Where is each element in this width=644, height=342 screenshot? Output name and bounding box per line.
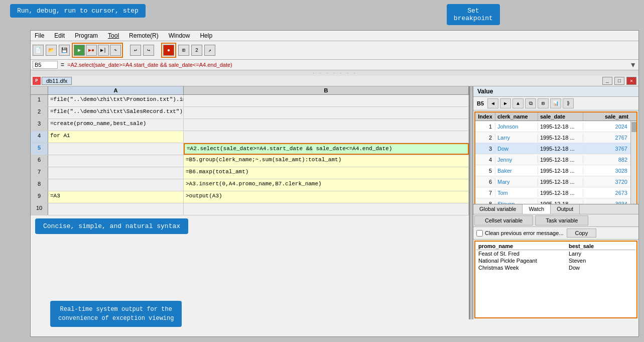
syntax-annotation: Concise, simple, and natural syntax <box>35 218 188 234</box>
output-col2-header: best_sale <box>569 243 609 249</box>
col-header-a: A <box>48 86 184 94</box>
cell-3b[interactable] <box>184 119 469 131</box>
table-row: 3 =create(promo_name,best_sale) <box>31 119 469 131</box>
col-header-b: B <box>184 86 469 94</box>
drag-handle: · · · · · · · <box>31 70 638 76</box>
cell-9b[interactable]: >output(A3) <box>184 191 469 203</box>
row-number: 7 <box>31 167 48 179</box>
cell-10b[interactable] <box>184 203 469 215</box>
cell-6b[interactable]: =B5.group(clerk_name;~.sum(sale_amt):tot… <box>184 155 469 167</box>
menu-program[interactable]: Program <box>73 32 100 40</box>
cell-8a[interactable] <box>48 179 184 191</box>
cell-7b[interactable]: =B6.maxp(total_amt) <box>184 167 469 179</box>
row-number: 2 <box>31 107 48 119</box>
value-panel: Value B5 ◀ ▶ ▲ ⧉ ⊞ 📊 ⟫ Index clerk_name … <box>473 86 638 319</box>
cell-5b[interactable]: =A2.select(sale_date>=A4.start_date && s… <box>184 143 469 155</box>
menu-remote[interactable]: Remote(R) <box>127 32 161 40</box>
vt-col-amt: sale_amt <box>583 112 630 121</box>
run-button[interactable]: ▶ <box>74 45 85 56</box>
row-number: 5 <box>31 143 48 155</box>
output-annotation: Real-time system output for the convenie… <box>50 301 182 327</box>
clean-error-checkbox[interactable] <box>476 230 483 237</box>
cell-3a[interactable]: =create(promo_name,best_sale) <box>48 119 184 131</box>
copy-button[interactable]: Copy <box>567 229 597 238</box>
cell-2b[interactable] <box>184 107 469 119</box>
list-item: National Pickle Pageant Steven <box>476 257 635 264</box>
vp-forward-button[interactable]: ▶ <box>500 98 511 108</box>
spreadsheet: A B 1 =file("..\demo\zhi\txt\Promotion.t… <box>31 86 470 319</box>
row-number: 8 <box>31 179 48 191</box>
menu-file[interactable]: File <box>33 32 46 40</box>
table-row: 4 Jenny 1995-12-18 ... 882 <box>475 154 630 165</box>
minimize-button[interactable]: _ <box>602 77 612 85</box>
cell-7a[interactable] <box>48 167 184 179</box>
grid-body: 1 =file("..\demo\zhi\txt\Promotion.txt")… <box>31 95 469 215</box>
tab-global-variable[interactable]: Global variable <box>473 204 523 214</box>
redo-button[interactable]: ↪ <box>143 45 154 56</box>
file-tab[interactable]: db11.dfx <box>42 77 72 85</box>
vp-back-button[interactable]: ◀ <box>487 98 498 108</box>
cell-6a[interactable] <box>48 155 184 167</box>
table-row: 5 Baker 1995-12-18 ... 3028 <box>475 165 630 176</box>
toolbar: 📄 📂 💾 ▶ ▶● ▶| ↷ ↩ ↪ ● ⊞ 2 ↗ <box>31 41 638 60</box>
breakpoint-button[interactable]: ● <box>163 45 174 56</box>
cell-9a[interactable]: =A3 <box>48 191 184 203</box>
bottom-subtabs: Cellset variable Task variable <box>473 214 638 227</box>
menu-help[interactable]: Help <box>198 32 214 40</box>
tab-output[interactable]: Output <box>551 204 580 214</box>
menu-tool[interactable]: Tool <box>106 32 121 40</box>
run-cursor-button[interactable]: ▶| <box>98 45 109 56</box>
vp-cell-ref: B5 <box>475 100 486 107</box>
table-row: 4 for A1 <box>31 131 469 143</box>
bottom-panel: Global variable Watch Output Cellset var… <box>473 204 638 319</box>
grid-button[interactable]: ⊞ <box>178 45 189 56</box>
step2-button[interactable]: 2 <box>191 45 202 56</box>
cell-4a[interactable]: for A1 <box>48 131 184 143</box>
output-area: promo_name best_sale Feast of St. Fred L… <box>474 241 637 318</box>
table-row: 3 Dow 1995-12-18 ... 3767 <box>475 143 630 154</box>
row-number: 4 <box>31 131 48 143</box>
bottom-tabs: Global variable Watch Output <box>473 204 638 214</box>
vp-more-button[interactable]: ⟫ <box>563 98 574 108</box>
content-area: A B 1 =file("..\demo\zhi\txt\Promotion.t… <box>31 86 638 319</box>
cell-reference-input[interactable] <box>33 61 58 69</box>
step-button[interactable]: ↷ <box>110 45 121 56</box>
subtab-task[interactable]: Task variable <box>535 215 588 225</box>
row-number: 6 <box>31 155 48 167</box>
tab-watch[interactable]: Watch <box>523 204 551 214</box>
output-header-row: promo_name best_sale <box>476 243 635 250</box>
restore-button[interactable]: □ <box>614 77 624 85</box>
vt-col-clerk: clerk_name <box>495 112 538 121</box>
open-button[interactable]: 📂 <box>46 45 57 56</box>
menu-edit[interactable]: Edit <box>52 32 67 40</box>
vt-header-row: Index clerk_name sale_date sale_amt <box>475 112 636 121</box>
vp-up-button[interactable]: ▲ <box>512 98 524 108</box>
vp-copy-button[interactable]: ⧉ <box>525 98 536 108</box>
table-row: 7 =B6.maxp(total_amt) <box>31 167 469 179</box>
debug-button[interactable]: ▶● <box>86 45 97 56</box>
close-button[interactable]: ✕ <box>626 77 636 85</box>
vp-chart-button[interactable]: 📊 <box>550 98 561 108</box>
cell-5a[interactable] <box>48 143 184 155</box>
subtab-cellset[interactable]: Cellset variable <box>474 215 533 225</box>
save-button[interactable]: 💾 <box>59 45 70 56</box>
table-row: 1 Johnson 1995-12-18 ... 2024 <box>475 121 630 132</box>
vp-grid-button[interactable]: ⊞ <box>538 98 549 108</box>
menu-window[interactable]: Window <box>167 32 192 40</box>
cell-4b[interactable] <box>184 131 469 143</box>
cell-10a[interactable] <box>48 203 184 215</box>
step3-button[interactable]: ↗ <box>204 45 215 56</box>
cell-1a[interactable]: =file("..\demo\zhi\txt\Promotion.txt").i… <box>48 95 184 106</box>
clean-error-label[interactable]: Clean previous error message... <box>476 230 564 237</box>
cell-1b[interactable] <box>184 95 469 106</box>
value-panel-toolbar: B5 ◀ ▶ ▲ ⧉ ⊞ 📊 ⟫ <box>473 97 638 110</box>
table-row: 6 =B5.group(clerk_name;~.sum(sale_amt):t… <box>31 155 469 167</box>
new-button[interactable]: 📄 <box>33 45 44 56</box>
table-row: 1 =file("..\demo\zhi\txt\Promotion.txt")… <box>31 95 469 107</box>
cell-8b[interactable]: >A3.insert(0,A4.promo_name,B7.clerk_name… <box>184 179 469 191</box>
table-row: 10 <box>31 203 469 215</box>
breakpoint-group: ● <box>161 43 176 58</box>
undo-button[interactable]: ↩ <box>130 45 141 56</box>
cell-2a[interactable]: =file("..\demo\zhi\txt\SalesRecord.txt")… <box>48 107 184 119</box>
column-headers: A B <box>31 86 469 95</box>
